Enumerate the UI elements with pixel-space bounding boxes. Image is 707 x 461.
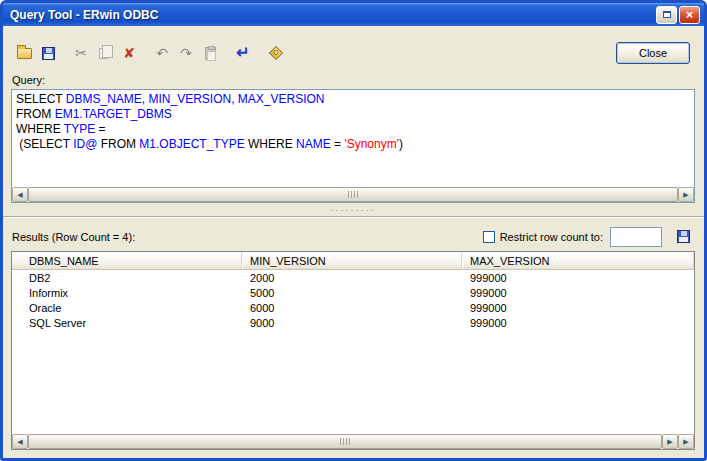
- results-scroll-track[interactable]: [28, 434, 662, 449]
- execute-button[interactable]: ↵: [232, 42, 254, 64]
- query-line: WHERE TYPE =: [16, 122, 690, 137]
- sql-token: NAME: [296, 137, 331, 151]
- redo-icon: ↷: [180, 46, 192, 60]
- column-header-label: MAX_VERSION: [470, 255, 549, 267]
- table-row[interactable]: SQL Server9000999000: [12, 315, 694, 330]
- tag-icon: [269, 46, 283, 60]
- cut-icon: ✂: [75, 46, 87, 60]
- query-scroll-track[interactable]: [28, 187, 678, 202]
- results-scroll-thumb[interactable]: [28, 434, 662, 449]
- results-scroll-right-button[interactable]: ▶: [662, 434, 678, 449]
- query-line: FROM EM1.TARGET_DBMS: [16, 107, 690, 122]
- table-cell: 999000: [462, 302, 694, 314]
- results-scroll-left-button[interactable]: ◀: [12, 434, 28, 449]
- scroll-left-icon: ◀: [17, 191, 22, 198]
- query-tool-window: Query Tool - ERwin ODBC × ✂✘↶↷↵ Close Qu…: [0, 0, 707, 461]
- window-title: Query Tool - ERwin ODBC: [10, 8, 656, 22]
- scroll-right-icon: ▶: [683, 191, 688, 198]
- query-label: Query:: [12, 74, 45, 86]
- sql-token: SELECT: [16, 92, 66, 106]
- restrict-row-count-label: Restrict row count to:: [500, 231, 603, 243]
- column-header-max_version[interactable]: MAX_VERSION: [462, 252, 694, 269]
- results-hscrollbar[interactable]: ◀ ▶ ▶: [12, 434, 694, 449]
- scroll-left-icon: ◀: [17, 438, 22, 445]
- table-cell: SQL Server: [12, 317, 242, 329]
- sql-token: =: [331, 137, 345, 151]
- titlebar[interactable]: Query Tool - ERwin ODBC ×: [3, 3, 704, 26]
- maximize-button[interactable]: [656, 6, 677, 24]
- query-line: (SELECT ID@ FROM M1.OBJECT_TYPE WHERE NA…: [16, 137, 690, 152]
- save-results-icon: [677, 230, 690, 243]
- query-scroll-right-button[interactable]: ▶: [678, 187, 694, 202]
- pane-scroll-right-button[interactable]: ▶: [678, 434, 694, 449]
- thumb-grip: [340, 438, 351, 445]
- sql-token: ): [399, 137, 403, 151]
- column-header-min_version[interactable]: MIN_VERSION: [242, 252, 462, 269]
- scroll-right-icon: ▶: [683, 438, 688, 445]
- open-icon: [17, 48, 32, 59]
- save-button[interactable]: [37, 42, 59, 64]
- query-scroll-thumb[interactable]: [28, 187, 678, 202]
- table-row[interactable]: Oracle6000999000: [12, 300, 694, 315]
- query-hscrollbar[interactable]: ◀ ▶: [12, 187, 694, 202]
- thumb-grip: [348, 191, 359, 198]
- sql-token: EM1.TARGET_DBMS: [55, 107, 172, 121]
- copy-button: [94, 42, 116, 64]
- execute-icon: ↵: [236, 45, 249, 61]
- toolbar-icons: ✂✘↶↷↵: [13, 42, 616, 64]
- clear-button[interactable]: ✘: [118, 42, 140, 64]
- table-cell: 6000: [242, 302, 462, 314]
- table-cell: 999000: [462, 287, 694, 299]
- sql-token: WHERE: [16, 122, 64, 136]
- query-line: SELECT DBMS_NAME, MIN_VERSION, MAX_VERSI…: [16, 92, 690, 107]
- pane-splitter[interactable]: ·········: [11, 203, 695, 216]
- table-cell: Oracle: [12, 302, 242, 314]
- query-scroll-left-button[interactable]: ◀: [12, 187, 28, 202]
- column-header-dbms_name[interactable]: DBMS_NAME: [12, 252, 242, 269]
- results-list-header: DBMS_NAMEMIN_VERSIONMAX_VERSION: [12, 252, 694, 270]
- scroll-right-icon: ▶: [667, 438, 672, 445]
- table-cell: 9000: [242, 317, 462, 329]
- sql-token: 'Synonym': [344, 137, 399, 151]
- save-icon: [42, 47, 55, 60]
- titlebar-close-button[interactable]: ×: [679, 6, 700, 24]
- close-icon: ×: [686, 8, 694, 21]
- cut-button: ✂: [70, 42, 92, 64]
- clear-icon: ✘: [123, 46, 135, 60]
- results-list-body[interactable]: DB22000999000Informix5000999000Oracle600…: [12, 270, 694, 434]
- paste-button: [199, 42, 221, 64]
- sql-token: M1.OBJECT_TYPE: [139, 137, 244, 151]
- query-editor[interactable]: SELECT DBMS_NAME, MIN_VERSION, MAX_VERSI…: [11, 89, 695, 203]
- sql-token: ID@: [73, 137, 97, 151]
- table-row[interactable]: Informix5000999000: [12, 285, 694, 300]
- restrict-row-count-input[interactable]: [610, 227, 662, 247]
- table-cell: 999000: [462, 317, 694, 329]
- sql-token: FROM: [97, 137, 139, 151]
- undo-button: ↶: [151, 42, 173, 64]
- table-cell: 5000: [242, 287, 462, 299]
- restrict-row-count-checkbox[interactable]: [483, 231, 495, 243]
- column-header-label: MIN_VERSION: [250, 255, 326, 267]
- table-cell: 2000: [242, 272, 462, 284]
- undo-icon: ↶: [156, 46, 168, 60]
- table-cell: DB2: [12, 272, 242, 284]
- sql-token: TYPE: [64, 122, 95, 136]
- table-cell: 999000: [462, 272, 694, 284]
- copy-icon: [99, 48, 108, 59]
- open-button[interactable]: [13, 42, 35, 64]
- sql-token: =: [95, 122, 105, 136]
- toolbar: ✂✘↶↷↵ Close: [3, 40, 704, 66]
- save-results-button[interactable]: [671, 227, 695, 247]
- table-cell: Informix: [12, 287, 242, 299]
- tag-button[interactable]: [265, 42, 287, 64]
- table-row[interactable]: DB22000999000: [12, 270, 694, 285]
- paste-icon: [205, 47, 216, 60]
- query-text[interactable]: SELECT DBMS_NAME, MIN_VERSION, MAX_VERSI…: [12, 90, 694, 187]
- caption-buttons: ×: [656, 6, 700, 24]
- results-panel: Results (Row Count = 4): Restrict row co…: [3, 216, 704, 458]
- results-label: Results (Row Count = 4):: [12, 231, 135, 243]
- results-header: Results (Row Count = 4): Restrict row co…: [12, 226, 695, 247]
- close-button[interactable]: Close: [616, 42, 690, 64]
- sql-token: FROM: [16, 107, 55, 121]
- restrict-row-count-toggle[interactable]: Restrict row count to:: [483, 231, 603, 243]
